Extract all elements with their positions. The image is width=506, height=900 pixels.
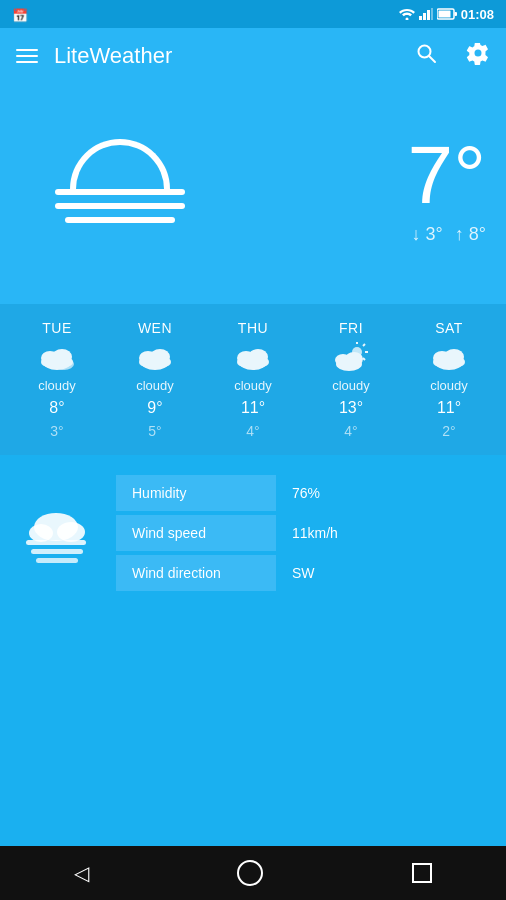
svg-line-28 — [363, 344, 365, 346]
svg-point-37 — [433, 357, 447, 367]
cloud-icon-tue — [38, 342, 76, 372]
details-fog-icon — [21, 505, 91, 565]
temperature-section: 7° ↓ 3° ↑ 8° — [408, 134, 486, 245]
day-label-tue: TUE — [42, 320, 72, 336]
svg-point-19 — [139, 357, 153, 367]
wifi-icon — [399, 8, 415, 20]
forecast-day-sat: SAT cloudy 11° 2° — [430, 320, 468, 439]
weather-main: 7° ↓ 3° ↑ 8° — [0, 84, 506, 304]
recent-apps-button[interactable] — [412, 863, 432, 883]
arrow-up-icon: ↑ — [455, 224, 469, 244]
svg-rect-1 — [419, 16, 422, 20]
forecast-day-wen: WEN cloudy 9° 5° — [136, 320, 174, 439]
svg-point-40 — [29, 524, 53, 542]
svg-point-41 — [57, 522, 85, 542]
back-button[interactable]: ◁ — [74, 861, 89, 885]
svg-point-20 — [157, 357, 171, 367]
settings-button[interactable] — [466, 41, 490, 71]
details-weather-icon — [16, 505, 96, 565]
top-nav: LiteWeather — [0, 28, 506, 84]
menu-button[interactable] — [16, 49, 38, 63]
bottom-nav: ◁ — [0, 846, 506, 900]
day-high-thu: 11° — [241, 399, 265, 417]
day-condition-fri: cloudy — [332, 378, 370, 393]
svg-point-38 — [451, 357, 465, 367]
day-low-sat: 2° — [442, 423, 455, 439]
details-section: Humidity 76% Wind speed 11km/h Wind dire… — [0, 455, 506, 615]
wind-direction-row: Wind direction SW — [116, 555, 490, 591]
forecast-day-thu: THU cloudy 11° 4° — [234, 320, 272, 439]
svg-point-33 — [345, 352, 363, 366]
svg-point-24 — [237, 357, 251, 367]
current-temperature: 7° — [408, 134, 486, 216]
day-condition-thu: cloudy — [234, 378, 272, 393]
details-table: Humidity 76% Wind speed 11km/h Wind dire… — [116, 475, 490, 595]
cloud-icon-thu — [234, 342, 272, 372]
wind-direction-value: SW — [276, 555, 490, 591]
svg-point-13 — [41, 357, 55, 367]
fog-arc — [70, 139, 170, 189]
svg-rect-43 — [31, 549, 83, 554]
temp-high: ↑ 8° — [455, 224, 486, 245]
cloud-icon-sat — [430, 342, 468, 372]
day-low-wen: 5° — [148, 423, 161, 439]
temp-low: ↓ 3° — [412, 224, 443, 245]
day-label-sat: SAT — [435, 320, 463, 336]
svg-point-25 — [255, 357, 269, 367]
day-condition-sat: cloudy — [430, 378, 468, 393]
day-high-tue: 8° — [49, 399, 64, 417]
svg-rect-6 — [454, 12, 457, 16]
svg-line-9 — [429, 56, 435, 62]
day-label-wen: WEN — [138, 320, 172, 336]
day-label-fri: FRI — [339, 320, 363, 336]
wind-speed-value: 11km/h — [276, 515, 490, 551]
fog-line-1 — [55, 189, 185, 195]
fog-line-3 — [65, 217, 175, 223]
fog-line-2 — [55, 203, 185, 209]
svg-rect-4 — [431, 8, 433, 20]
search-button[interactable] — [414, 41, 438, 71]
svg-rect-44 — [36, 558, 78, 563]
cloud-icon-wen — [136, 342, 174, 372]
arrow-down-icon: ↓ — [412, 224, 426, 244]
day-high-fri: 13° — [339, 399, 363, 417]
svg-rect-2 — [423, 13, 426, 20]
current-weather-icon — [20, 129, 220, 249]
wind-direction-label: Wind direction — [116, 555, 276, 591]
day-low-tue: 3° — [50, 423, 63, 439]
day-low-thu: 4° — [246, 423, 259, 439]
forecast-day-fri: FRI cloudy 13° 4° — [332, 320, 370, 439]
status-bar: 📅 01:08 — [0, 0, 506, 28]
day-high-sat: 11° — [437, 399, 461, 417]
battery-icon — [437, 8, 457, 20]
humidity-label: Humidity — [116, 475, 276, 511]
status-icons: 01:08 — [399, 7, 494, 22]
day-label-thu: THU — [238, 320, 268, 336]
wind-speed-row: Wind speed 11km/h — [116, 515, 490, 551]
app-title: LiteWeather — [54, 43, 386, 69]
svg-point-15 — [54, 358, 74, 370]
humidity-value: 76% — [276, 475, 490, 511]
day-condition-wen: cloudy — [136, 378, 174, 393]
fog-icon — [20, 139, 220, 223]
home-button[interactable] — [237, 860, 263, 886]
humidity-row: Humidity 76% — [116, 475, 490, 511]
signal-icon — [419, 8, 433, 20]
partly-cloud-icon-fri — [332, 342, 370, 372]
status-time: 01:08 — [461, 7, 494, 22]
status-left: 📅 — [12, 6, 28, 24]
wind-speed-label: Wind speed — [116, 515, 276, 551]
svg-rect-42 — [26, 540, 86, 545]
day-condition-tue: cloudy — [38, 378, 76, 393]
forecast-days: TUE cloudy 8° 3° WEN — [8, 320, 498, 439]
svg-line-30 — [363, 358, 365, 360]
svg-rect-3 — [427, 10, 430, 20]
forecast-day-tue: TUE cloudy 8° 3° — [38, 320, 76, 439]
temperature-range: ↓ 3° ↑ 8° — [408, 224, 486, 245]
forecast-section: TUE cloudy 8° 3° WEN — [0, 304, 506, 455]
day-low-fri: 4° — [344, 423, 357, 439]
day-high-wen: 9° — [147, 399, 162, 417]
svg-rect-7 — [438, 11, 450, 18]
svg-point-0 — [405, 18, 408, 21]
